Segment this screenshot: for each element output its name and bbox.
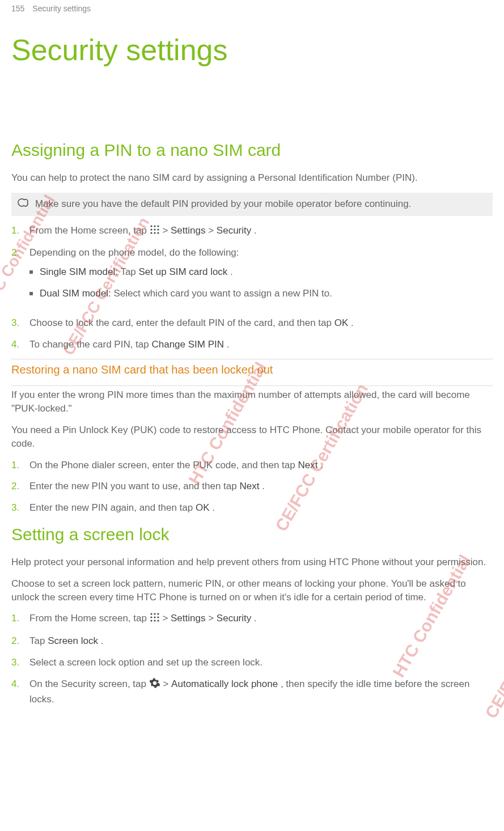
svg-point-15 (150, 620, 152, 622)
substeps: Single SIM model: Tap Set up SIM card lo… (29, 265, 332, 300)
text: . (230, 266, 233, 277)
step-1: 1. From the Home screen, tap > Settings … (11, 612, 493, 626)
svg-point-7 (154, 232, 155, 234)
text: . (101, 635, 104, 646)
label: Single SIM model: (40, 266, 118, 277)
substep-dual-sim: Dual SIM model: Select which card you wa… (29, 287, 332, 300)
autolock-label: Automatically lock phone (171, 679, 278, 689)
step-3: 3. Choose to lock the card, enter the de… (11, 316, 493, 330)
step-number: 2. (11, 246, 23, 308)
divider (11, 359, 493, 359)
text: . (262, 481, 265, 491)
apps-grid-icon (150, 612, 160, 626)
page-header: 155 Security settings (11, 3, 493, 15)
svg-point-3 (150, 228, 152, 230)
step-number: 1. (11, 612, 23, 626)
note-text: Make sure you have the default PIN provi… (35, 197, 411, 211)
settings-label: Settings (171, 225, 205, 236)
intro-text: You can help to protect the nano SIM car… (11, 171, 493, 185)
ok-label: OK (196, 502, 210, 513)
text: > (208, 613, 217, 624)
apps-grid-icon (150, 224, 160, 239)
text: . (254, 613, 257, 624)
action-label: Set up SIM card lock (139, 266, 228, 277)
svg-point-10 (154, 613, 155, 615)
text: > (162, 613, 171, 624)
step-2: 2. Depending on the phone model, do the … (11, 246, 493, 308)
svg-point-11 (157, 613, 159, 615)
heading-assign-pin: Assigning a PIN to a nano SIM card (11, 138, 493, 162)
step-number: 3. (11, 501, 23, 515)
text: > (208, 225, 217, 236)
text: Tap (29, 635, 48, 646)
divider (11, 385, 493, 386)
label: Dual SIM model: (40, 288, 111, 299)
step-text: Depending on the phone model, do the fol… (29, 246, 332, 308)
step-2: 2. Tap Screen lock . (11, 634, 493, 648)
step-text: Enter the new PIN you want to use, and t… (29, 480, 265, 493)
step-1: 1. From the Home screen, tap > Settings … (11, 224, 493, 239)
page-number: 155 (11, 3, 24, 15)
steps-assign-pin: 1. From the Home screen, tap > Settings … (11, 224, 493, 351)
bullet-icon (29, 270, 33, 274)
text: From the Home screen, tap (29, 225, 150, 236)
step-number: 4. (11, 338, 23, 351)
step-text: Choose to lock the card, enter the defau… (29, 316, 354, 330)
svg-point-4 (154, 228, 155, 230)
step-2: 2. Enter the new PIN you want to use, an… (11, 480, 493, 493)
text: > (162, 225, 171, 236)
next-label: Next (298, 460, 317, 470)
svg-point-8 (157, 232, 159, 234)
step-1: 1. On the Phone dialer screen, enter the… (11, 459, 493, 472)
bullet-icon (29, 292, 33, 295)
security-label: Security (217, 613, 251, 624)
step-number: 2. (11, 480, 23, 493)
svg-point-14 (157, 617, 159, 618)
text: Enter the new PIN you want to use, and t… (29, 481, 239, 491)
text: . (254, 225, 257, 236)
steps-screen-lock: 1. From the Home screen, tap > Settings … (11, 612, 493, 706)
text: Select which card you want to assign a n… (113, 288, 332, 299)
svg-point-16 (154, 620, 155, 622)
heading-restore-sim: Restoring a nano SIM card that has been … (11, 362, 493, 378)
security-label: Security (217, 225, 251, 236)
page: 155 Security settings Security settings … (0, 3, 504, 736)
svg-point-9 (150, 613, 152, 615)
svg-point-1 (154, 225, 155, 227)
note-box: Make sure you have the default PIN provi… (11, 193, 493, 215)
substep-text: Dual SIM model: Select which card you wa… (40, 287, 332, 300)
text: Depending on the phone model, do the fol… (29, 247, 239, 258)
page-section: Security settings (32, 3, 91, 15)
step-text: From the Home screen, tap > Settings > S… (29, 224, 257, 239)
svg-point-6 (150, 232, 152, 234)
svg-point-2 (157, 225, 159, 227)
step-text: From the Home screen, tap > Settings > S… (29, 612, 257, 626)
note-icon (17, 197, 29, 211)
text: . (320, 460, 323, 470)
text: . (212, 502, 215, 513)
step-3: 3. Enter the new PIN again, and then tap… (11, 501, 493, 515)
step-text: Enter the new PIN again, and then tap OK… (29, 501, 215, 515)
step-text: On the Phone dialer screen, enter the PU… (29, 459, 323, 472)
svg-point-13 (154, 617, 155, 618)
gear-icon (149, 677, 160, 693)
para: If you enter the wrong PIN more times th… (11, 388, 493, 416)
text: Choose to lock the card, enter the defau… (29, 317, 334, 328)
screen-lock-label: Screen lock (48, 635, 98, 646)
substep-text: Single SIM model: Tap Set up SIM card lo… (40, 265, 233, 279)
step-number: 4. (11, 677, 23, 706)
heading-screen-lock: Setting a screen lock (11, 523, 493, 546)
para: Choose to set a screen lock pattern, num… (11, 577, 493, 604)
text: Tap (120, 266, 138, 277)
step-number: 3. (11, 656, 23, 669)
step-text: To change the card PIN, tap Change SIM P… (29, 338, 230, 351)
settings-label: Settings (171, 613, 205, 624)
text: > (163, 679, 171, 689)
text: . (351, 317, 354, 328)
step-number: 2. (11, 634, 23, 648)
text: Enter the new PIN again, and then tap (29, 502, 196, 513)
steps-restore-sim: 1. On the Phone dialer screen, enter the… (11, 459, 493, 515)
svg-point-12 (150, 617, 152, 618)
step-text: Select a screen lock option and set up t… (29, 656, 262, 669)
step-number: 1. (11, 459, 23, 472)
